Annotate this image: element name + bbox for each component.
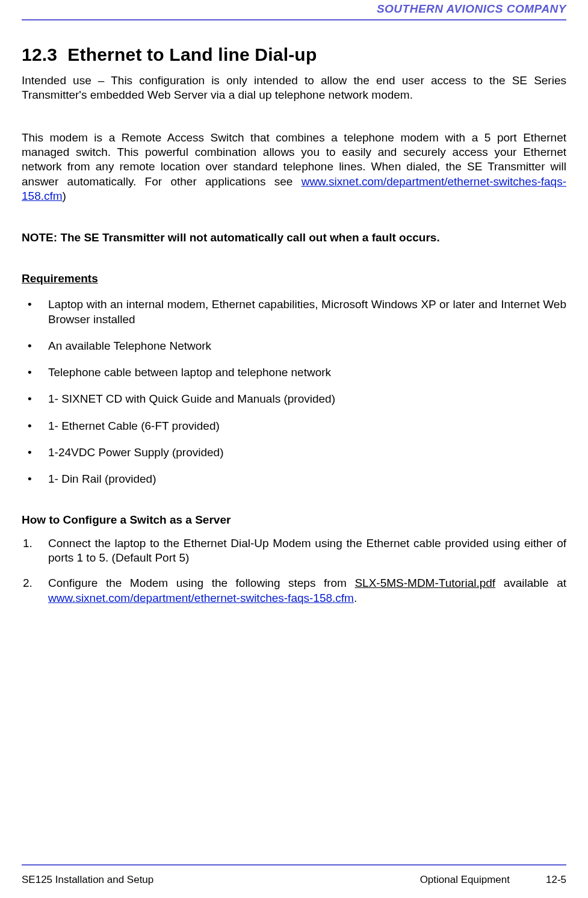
sixnet-link-2[interactable]: www.sixnet.com/department/ethernet-switc…	[48, 592, 354, 604]
footer-page-number: 12-5	[546, 874, 566, 886]
section-title: Ethernet to Land line Dial-up	[67, 45, 317, 64]
configure-heading: How to Configure a Switch as a Server	[22, 513, 566, 527]
step2-post: .	[354, 592, 357, 604]
list-item: Telephone cable between laptop and telep…	[22, 365, 566, 380]
description-paragraph: This modem is a Remote Access Switch tha…	[22, 131, 566, 204]
step2-mid: available at	[495, 577, 566, 589]
page-footer: SE125 Installation and Setup Optional Eq…	[22, 864, 566, 886]
list-item: 1- Din Rail (provided)	[22, 472, 566, 486]
step2-pre: Configure the Modem using the following …	[48, 577, 354, 589]
steps-list: Connect the laptop to the Ethernet Dial-…	[22, 536, 566, 605]
section-number: 12.3	[22, 45, 57, 64]
requirements-list: Laptop with an internal modem, Ethernet …	[22, 297, 566, 487]
note-text: NOTE: The SE Transmitter will not automa…	[22, 231, 566, 244]
description-post: )	[63, 190, 66, 202]
tutorial-pdf-ref: SLX-5MS-MDM-Tutorial.pdf	[354, 577, 495, 589]
footer-doc-title: SE125 Installation and Setup	[22, 874, 153, 886]
list-item: 1- SIXNET CD with Quick Guide and Manual…	[22, 392, 566, 406]
footer-rule	[22, 864, 566, 865]
list-item: 1-24VDC Power Supply (provided)	[22, 445, 566, 460]
intro-paragraph: Intended use – This configuration is onl…	[22, 73, 566, 103]
header-rule	[22, 19, 566, 20]
list-item: 1- Ethernet Cable (6-FT provided)	[22, 419, 566, 433]
list-item: Laptop with an internal modem, Ethernet …	[22, 297, 566, 327]
section-heading: 12.3 Ethernet to Land line Dial-up	[22, 45, 566, 65]
list-item: An available Telephone Network	[22, 339, 566, 353]
footer-section: Optional Equipment	[420, 874, 510, 886]
step-item: Configure the Modem using the following …	[22, 576, 566, 605]
requirements-heading: Requirements	[22, 272, 566, 285]
step-item: Connect the laptop to the Ethernet Dial-…	[22, 536, 566, 566]
header-company: SOUTHERN AVIONICS COMPANY	[22, 0, 566, 19]
